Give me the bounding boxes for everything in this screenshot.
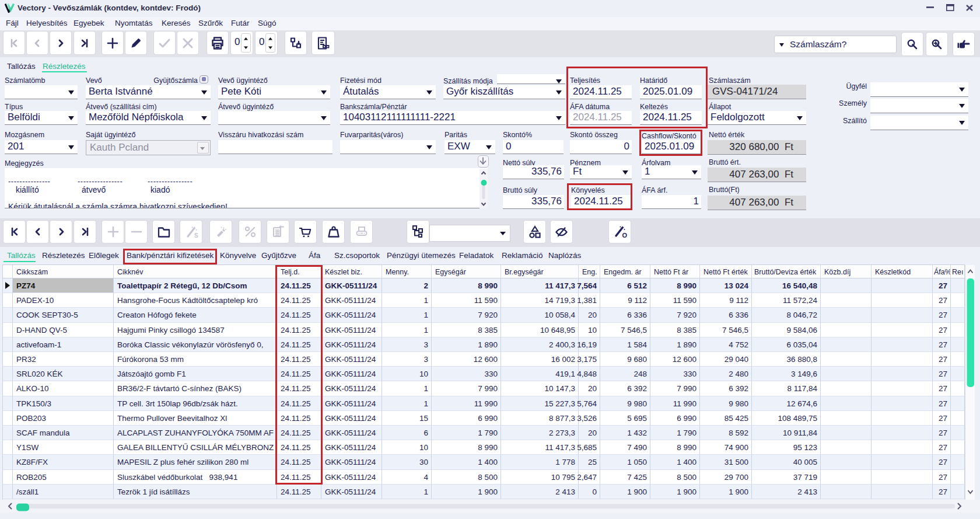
svg-text:S: S xyxy=(194,232,198,239)
svg-text:O: O xyxy=(622,232,627,239)
